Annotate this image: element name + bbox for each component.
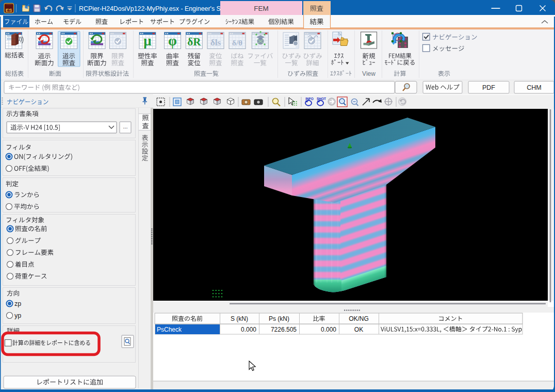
svg-text:OK/NG: OK/NG — [349, 315, 369, 322]
svg-text:δR: δR — [187, 36, 201, 48]
svg-text:φ: φ — [168, 33, 177, 48]
svg-text:View: View — [362, 70, 376, 77]
svg-text:yp: yp — [14, 312, 21, 319]
svg-text:ES: ES — [6, 7, 12, 13]
svg-text:δls: δls — [210, 38, 221, 47]
svg-text:RCPier-H24DosiVp122-MyPhiy.esx: RCPier-H24DosiVp122-MyPhiy.esx - Enginee… — [79, 5, 228, 12]
svg-text:INFO: INFO — [305, 97, 314, 101]
svg-text:μ: μ — [143, 33, 151, 48]
svg-text:...: ... — [123, 123, 127, 129]
svg-text:PsCheck: PsCheck — [157, 326, 182, 333]
svg-text:δ/θ: δ/θ — [232, 39, 242, 47]
svg-text:CHM: CHM — [527, 84, 541, 91]
svg-text:OK: OK — [354, 326, 363, 333]
svg-text:0.000: 0.000 — [241, 326, 256, 333]
svg-text:Ps (kN): Ps (kN) — [269, 315, 289, 322]
svg-text:0.000: 0.000 — [321, 326, 336, 333]
svg-text:zp: zp — [14, 300, 21, 307]
svg-text:S (kN): S (kN) — [231, 315, 248, 322]
svg-text:FEM: FEM — [254, 5, 269, 12]
svg-text:7226.505: 7226.505 — [271, 326, 297, 333]
svg-text:PDF: PDF — [482, 84, 495, 91]
svg-text:SHOT: SHOT — [317, 97, 326, 101]
